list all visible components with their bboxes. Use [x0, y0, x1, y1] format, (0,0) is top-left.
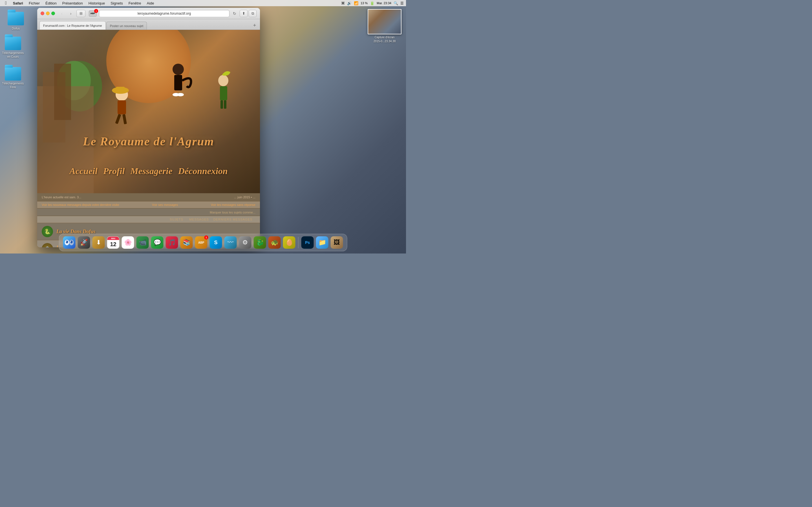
finder-icon: [63, 236, 75, 249]
photo2-icon: 🖼: [331, 236, 343, 249]
svg-rect-5: [122, 114, 127, 124]
last-visit-text: ... juin 2015 • ...: [234, 195, 255, 199]
dock-item-finder2[interactable]: 📁: [315, 236, 329, 249]
dock-item-egg[interactable]: 🥚: [283, 236, 296, 249]
dock-item-download[interactable]: ⬇: [92, 236, 105, 249]
adblock-label: ABP: [91, 12, 95, 15]
tab-poster[interactable]: Poster un nouveau sujet: [106, 22, 147, 30]
notification-icon[interactable]: ☰: [400, 1, 404, 5]
clock: Mar. 23:34: [377, 1, 391, 5]
dock-item-launchpad[interactable]: 🚀: [77, 236, 91, 249]
svg-point-27: [70, 241, 71, 242]
forum-nav-links: Accueil Profil Messagerie Déconnexion: [37, 166, 260, 176]
siri-icon[interactable]: ⌘: [341, 1, 345, 5]
close-button[interactable]: [41, 11, 44, 15]
dock-item-photos[interactable]: 🌸: [121, 236, 135, 249]
dock-separator: [298, 237, 299, 248]
dock-item-adblock[interactable]: ABP 1: [195, 236, 208, 249]
link-ses-messages[interactable]: Voir ses messages: [152, 203, 178, 207]
dock-item-photoshop[interactable]: Ps: [301, 236, 314, 249]
dock-item-photo2[interactable]: 🖼: [330, 236, 344, 249]
desktop-icon-telechargements-finis[interactable]: TéléchargementsFinis: [2, 67, 24, 89]
info-text: L'heure actuelle est sam. 3...: [42, 195, 81, 199]
photos-icon: 🌸: [122, 236, 134, 249]
search-icon[interactable]: 🔍: [394, 1, 398, 5]
svg-rect-4: [115, 114, 121, 124]
wifi-icon[interactable]: 📶: [354, 1, 358, 5]
telechargements-finis-folder-icon: [5, 67, 21, 80]
facetime-icon: 📹: [137, 236, 149, 249]
menubar-right: ⌘ 🔊 📶 13 % 🔋 Mar. 23:34 🔍 ☰: [341, 1, 404, 5]
mark-all-link[interactable]: Marquer tous les sujets comme...: [210, 211, 255, 214]
nav-messagerie[interactable]: Messagerie: [130, 166, 172, 176]
battery-status: 13 %: [361, 1, 368, 5]
link-nouveaux-messages[interactable]: Voir les nouveaux messages depuis votre …: [42, 203, 119, 207]
spiral-icon: 〰: [224, 236, 237, 249]
forward-button[interactable]: ›: [67, 10, 74, 17]
menubar-presentation[interactable]: Présentation: [60, 1, 85, 6]
dock-item-spiral[interactable]: 〰: [224, 236, 238, 249]
svg-rect-7: [174, 75, 182, 91]
action-buttons: ⬆ ⧉: [240, 10, 257, 17]
svg-rect-18: [54, 64, 71, 120]
url-text: leroyaumedelagrume.forumactif.org: [138, 11, 191, 15]
menubar:  Safari Fichier Édition Présentation Hi…: [0, 0, 406, 6]
menubar-fichier[interactable]: Fichier: [27, 1, 42, 6]
minimize-button[interactable]: [46, 11, 50, 15]
volume-icon[interactable]: 🔊: [347, 1, 352, 5]
tab-overview-button[interactable]: ⊞: [77, 10, 86, 17]
dock-item-finder[interactable]: [63, 236, 76, 249]
share-button[interactable]: ⬆: [240, 10, 248, 17]
dock: 🚀 ⬇ MAI 12 🌸 📹 💬 🎵 📚 ABP 1 S: [59, 234, 347, 251]
menubar-safari[interactable]: Safari: [11, 1, 26, 6]
battery-icon: 🔋: [370, 1, 374, 5]
maximize-button[interactable]: [51, 11, 55, 15]
link-sans-reponse[interactable]: Voir les messages sans réponse: [211, 203, 255, 207]
nav-accueil[interactable]: Accueil: [69, 166, 98, 176]
forum-nav: Accueil Profil Messagerie Déconnexion: [37, 166, 260, 176]
screenshot-thumbnail[interactable]: Capture d'écran2015-0...23.34.38: [368, 9, 402, 43]
system-prefs-icon: ⚙: [239, 236, 252, 249]
col-messages: MESSAGES: [188, 218, 210, 221]
forum-messages-bar: Voir les nouveaux messages depuis votre …: [37, 202, 260, 209]
menubar-edition[interactable]: Édition: [43, 1, 59, 6]
menubar-signets[interactable]: Signets: [108, 1, 125, 6]
menubar-aide[interactable]: Aide: [144, 1, 156, 6]
telechargements-finis-label: TéléchargementsFinis: [2, 82, 24, 89]
adblock-button[interactable]: ABP 1: [89, 10, 97, 17]
dock-item-skype[interactable]: S: [209, 236, 223, 249]
skype-icon: S: [210, 236, 222, 249]
dofus-label: Dofus: [12, 26, 20, 31]
egg-icon: 🥚: [283, 236, 296, 249]
dock-item-messages[interactable]: 💬: [151, 236, 164, 249]
menubar-historique[interactable]: Historique: [86, 1, 107, 6]
desktop-icon-dofus[interactable]: Dofus: [4, 12, 27, 31]
dock-item-facetime[interactable]: 📹: [136, 236, 149, 249]
mark-all-bar: Marquer tous les sujets comme...: [37, 209, 260, 216]
nav-deconnexion[interactable]: Déconnexion: [178, 166, 228, 176]
tab-forumactif[interactable]: Forumactif.com : Le Royaume de l'Agrume: [40, 21, 106, 30]
svg-point-9: [177, 93, 184, 96]
menubar-fenetre[interactable]: Fenêtre: [126, 1, 144, 6]
svg-point-26: [66, 241, 66, 242]
dock-item-ibooks[interactable]: 📚: [180, 236, 193, 249]
download-icon: ⬇: [93, 236, 105, 249]
refresh-button[interactable]: ↻: [232, 11, 238, 16]
svg-rect-12: [220, 100, 223, 109]
dock-item-sysprefs[interactable]: ⚙: [239, 236, 252, 249]
new-tab-button[interactable]: ⧉: [249, 10, 257, 17]
dock-item-game2[interactable]: 🐢: [268, 236, 282, 249]
nav-profil[interactable]: Profil: [103, 166, 124, 176]
forum-table-header: SUJETS MESSAGES DERNIERS MESSAGES: [37, 216, 260, 223]
svg-rect-11: [220, 86, 227, 100]
url-bar[interactable]: leroyaumedelagrume.forumactif.org: [99, 10, 230, 17]
back-button[interactable]: ‹: [58, 10, 65, 17]
calendar-icon: MAI 12: [107, 236, 119, 249]
apple-menu[interactable]: : [2, 1, 10, 6]
add-tab-button[interactable]: +: [252, 22, 258, 29]
dock-item-itunes[interactable]: 🎵: [165, 236, 179, 249]
dock-item-calendar[interactable]: MAI 12: [107, 236, 120, 249]
desktop-icon-telechargements-cours[interactable]: Téléchargementsen Cours: [2, 37, 24, 59]
tab-forumactif-label: Forumactif.com : Le Royaume de l'Agrume: [43, 24, 102, 27]
dock-item-game1[interactable]: 🐉: [253, 236, 267, 249]
